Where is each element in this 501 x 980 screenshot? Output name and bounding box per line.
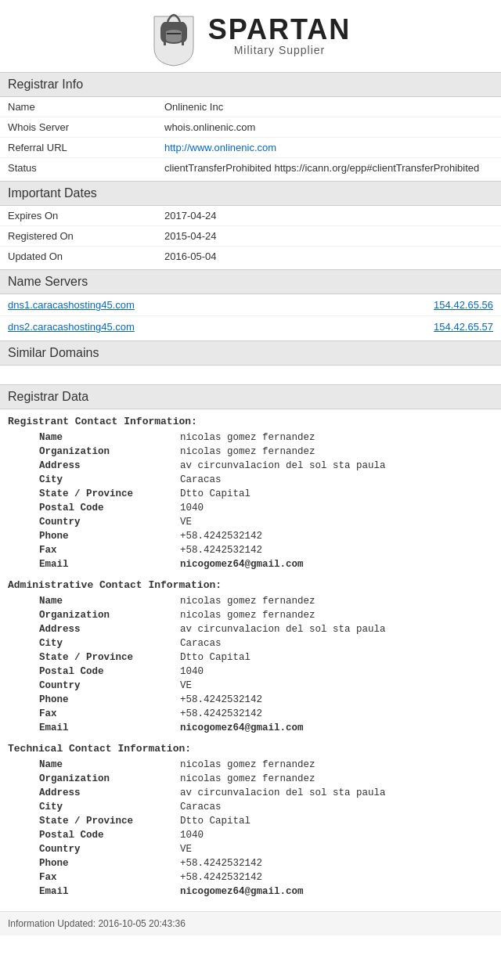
contact-label: Fax xyxy=(39,708,180,719)
contact-row: State / ProvinceDtto Capital xyxy=(8,487,493,501)
contact-row: CountryVE xyxy=(8,679,493,693)
contact-value: VE xyxy=(180,680,192,691)
contact-section-title: Technical Contact Information: xyxy=(8,743,493,755)
footer: Information Updated: 2016-10-05 20:43:36 xyxy=(0,911,501,935)
contact-label: Phone xyxy=(39,531,180,542)
contact-label: Fax xyxy=(39,872,180,883)
contact-value: av circunvalacion del sol sta paula xyxy=(180,460,386,471)
contact-section-title: Registrant Contact Information: xyxy=(8,416,493,427)
contact-row: Fax+58.4242532142 xyxy=(8,707,493,721)
info-value: whois.onlinenic.com xyxy=(164,121,255,133)
contact-value: nicogomez64@gmail.com xyxy=(180,559,304,570)
important-dates-rows: Expires On2017-04-24Registered On2015-04… xyxy=(0,206,501,266)
registrar-data-header: Registrar Data xyxy=(0,384,501,409)
contact-label: Country xyxy=(39,844,180,855)
info-label: Referral URL xyxy=(8,142,164,153)
contact-row: Emailnicogomez64@gmail.com xyxy=(8,885,493,899)
info-row: Whois Serverwhois.onlinenic.com xyxy=(0,117,501,138)
registrar-info-header: Registrar Info xyxy=(0,72,501,97)
contact-label: Name xyxy=(39,596,180,607)
name-servers-header: Name Servers xyxy=(0,269,501,294)
info-label: Updated On xyxy=(8,250,164,262)
ns-hostname[interactable]: dns2.caracashosting45.com xyxy=(8,321,135,333)
contact-label: Name xyxy=(39,432,180,443)
contact-value: VE xyxy=(180,844,192,855)
contact-value: VE xyxy=(180,517,192,528)
contact-label: City xyxy=(39,802,180,812)
contact-value: +58.4242532142 xyxy=(180,872,262,883)
contact-value: +58.4242532142 xyxy=(180,531,262,542)
contact-value: Caracas xyxy=(180,474,222,485)
ns-row: dns1.caracashosting45.com154.42.65.56 xyxy=(0,294,501,316)
contact-row: Postal Code1040 xyxy=(8,501,493,515)
contact-value: nicogomez64@gmail.com xyxy=(180,722,304,733)
similar-domains-section: Similar Domains xyxy=(0,340,501,381)
contact-label: Phone xyxy=(39,694,180,705)
contact-value: av circunvalacion del sol sta paula xyxy=(180,624,386,635)
contact-label: Phone xyxy=(39,858,180,869)
contact-label: Address xyxy=(39,460,180,471)
contact-value: nicogomez64@gmail.com xyxy=(180,886,304,897)
ns-ip[interactable]: 154.42.65.56 xyxy=(434,299,493,311)
info-value: clientTransferProhibited https://icann.o… xyxy=(164,162,479,174)
contact-label: Country xyxy=(39,680,180,691)
ns-row: dns2.caracashosting45.com154.42.65.57 xyxy=(0,316,501,337)
contact-label: Address xyxy=(39,624,180,635)
contact-value: Dtto Capital xyxy=(180,816,250,827)
contact-label: Postal Code xyxy=(39,503,180,513)
info-row: NameOnlinenic Inc xyxy=(0,97,501,117)
contact-value: Caracas xyxy=(180,638,222,649)
contact-row: Postal Code1040 xyxy=(8,665,493,679)
contact-value: Caracas xyxy=(180,802,222,812)
contact-row: Emailnicogomez64@gmail.com xyxy=(8,557,493,571)
brand-subtitle: Military Supplier xyxy=(208,44,351,56)
important-dates-header: Important Dates xyxy=(0,181,501,206)
contact-label: State / Province xyxy=(39,652,180,663)
contact-label: Postal Code xyxy=(39,666,180,677)
contact-label: Name xyxy=(39,759,180,770)
contact-label: Country xyxy=(39,517,180,528)
contact-row: CityCaracas xyxy=(8,800,493,814)
info-label: Registered On xyxy=(8,230,164,242)
contact-label: City xyxy=(39,474,180,485)
ns-hostname[interactable]: dns1.caracashosting45.com xyxy=(8,299,135,311)
contact-row: Emailnicogomez64@gmail.com xyxy=(8,721,493,735)
contact-row: CountryVE xyxy=(8,515,493,529)
brand-name: SPARTAN xyxy=(208,16,351,44)
contact-row: State / ProvinceDtto Capital xyxy=(8,650,493,665)
info-link[interactable]: http://www.onlinenic.com xyxy=(164,142,276,153)
contact-label: Email xyxy=(39,559,180,570)
contact-label: Postal Code xyxy=(39,830,180,841)
contact-row: Addressav circunvalacion del sol sta pau… xyxy=(8,459,493,473)
contact-row: Namenicolas gomez fernandez xyxy=(8,758,493,772)
info-label: Expires On xyxy=(8,210,164,222)
similar-domains-content xyxy=(0,366,501,381)
contact-row: Namenicolas gomez fernandez xyxy=(8,594,493,608)
contact-value: 1040 xyxy=(180,503,204,513)
contact-label: State / Province xyxy=(39,816,180,827)
contact-value: av circunvalacion del sol sta paula xyxy=(180,787,386,798)
registrar-data-section: Registrar Data Registrant Contact Inform… xyxy=(0,384,501,905)
contact-value: nicolas gomez fernandez xyxy=(180,596,315,607)
info-value: 2015-04-24 xyxy=(164,230,217,242)
info-label: Whois Server xyxy=(8,121,164,133)
contact-row: Addressav circunvalacion del sol sta pau… xyxy=(8,622,493,636)
contact-label: State / Province xyxy=(39,488,180,499)
contact-value: 1040 xyxy=(180,666,204,677)
contact-value: 1040 xyxy=(180,830,204,841)
contact-label: Organization xyxy=(39,446,180,457)
contact-value: Dtto Capital xyxy=(180,652,250,663)
contact-value: nicolas gomez fernandez xyxy=(180,432,315,443)
contact-value: nicolas gomez fernandez xyxy=(180,773,315,784)
info-value: http://www.onlinenic.com xyxy=(164,142,276,153)
footer-text: Information Updated: 2016-10-05 20:43:36 xyxy=(8,918,186,929)
contact-row: Organizationnicolas gomez fernandez xyxy=(8,445,493,459)
contact-label: Organization xyxy=(39,610,180,621)
contact-row: CityCaracas xyxy=(8,473,493,487)
contact-value: nicolas gomez fernandez xyxy=(180,446,315,457)
name-servers-rows: dns1.caracashosting45.com154.42.65.56dns… xyxy=(0,294,501,337)
contact-row: Phone+58.4242532142 xyxy=(8,856,493,870)
registrar-info-section: Registrar Info NameOnlinenic IncWhois Se… xyxy=(0,72,501,178)
ns-ip[interactable]: 154.42.65.57 xyxy=(434,321,493,333)
info-value: 2016-05-04 xyxy=(164,250,217,262)
